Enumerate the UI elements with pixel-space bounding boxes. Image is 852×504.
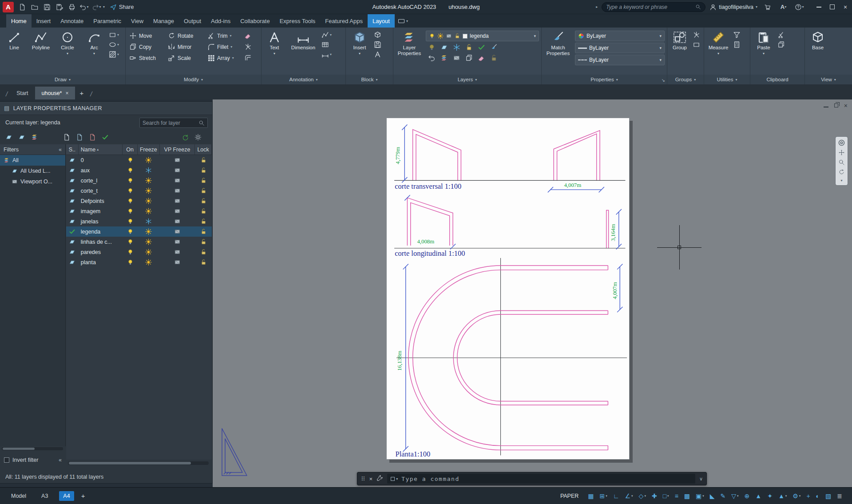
modify-panel-label[interactable]: Modify▾ — [126, 75, 261, 84]
layer-vp-freeze-icon[interactable] — [160, 226, 195, 237]
ribbon-tab-view[interactable]: View — [126, 14, 148, 28]
layer-lock-icon[interactable] — [195, 155, 212, 165]
keyword-search-input[interactable] — [606, 4, 693, 10]
settings-gear-icon[interactable] — [194, 133, 202, 142]
layer-vp-freeze-icon[interactable] — [160, 216, 195, 226]
layer-vp-freeze-icon[interactable] — [160, 175, 195, 186]
column-on[interactable]: On — [123, 144, 138, 155]
new-property-filter-button[interactable] — [4, 133, 13, 142]
vp-freeze-tool-button[interactable] — [452, 54, 461, 62]
layer-row[interactable]: aux — [66, 165, 212, 175]
layer-thaw-sun-icon[interactable] — [138, 237, 160, 247]
grid-display-icon[interactable]: ▦ — [588, 492, 594, 500]
autodesk-apps-button[interactable]: A▾ — [777, 1, 789, 13]
ortho-mode-icon[interactable]: ∟ — [613, 492, 619, 500]
search-expand-icon[interactable]: ▸ — [596, 5, 598, 9]
insert-block-button[interactable]: Insert▾ — [347, 29, 372, 75]
layer-thaw-sun-icon[interactable] — [138, 175, 160, 186]
close-tab-icon[interactable]: × — [65, 90, 68, 96]
drawing-minimize-button[interactable] — [824, 103, 828, 109]
fillet-button[interactable]: Fillet▾ — [206, 42, 242, 52]
group-edit-button[interactable] — [693, 41, 700, 48]
layer-on-bulb-icon[interactable] — [123, 216, 138, 226]
mirror-button[interactable]: Mirror — [166, 42, 206, 52]
selection-filtering-icon[interactable]: ▽▾ — [731, 492, 738, 500]
layer-thaw-sun-icon[interactable] — [138, 155, 160, 165]
column-status[interactable]: S.. — [66, 144, 79, 155]
ungroup-button[interactable] — [693, 31, 700, 39]
layer-lock-icon[interactable] — [195, 237, 212, 247]
layer-on-bulb-icon[interactable] — [123, 196, 138, 206]
navigation-wheel-icon[interactable] — [838, 139, 845, 146]
drawing-restore-button[interactable] — [834, 103, 838, 109]
command-history-chevron-icon[interactable]: ∨ — [699, 476, 703, 482]
filter-tree-item-viewport[interactable]: Viewport O... — [0, 176, 65, 187]
layer-on-bulb-icon[interactable] — [123, 247, 138, 257]
quick-calc-button[interactable] — [733, 41, 741, 48]
block-attribute-button[interactable] — [374, 51, 381, 58]
orbit-icon[interactable] — [838, 169, 845, 175]
layer-lock-icon[interactable] — [195, 216, 212, 226]
drawing-close-button[interactable]: × — [844, 102, 848, 109]
new-vp-frozen-layer-button[interactable] — [75, 133, 84, 142]
file-tab-start[interactable]: Start — [10, 87, 35, 99]
cut-button[interactable] — [777, 31, 785, 39]
ribbon-display-toggle[interactable]: ▾ — [398, 14, 408, 28]
block-panel-label[interactable]: Block▾ — [346, 75, 393, 84]
layer-row[interactable]: Defpoints — [66, 196, 212, 206]
paper-model-toggle[interactable]: PAPER — [560, 493, 579, 499]
layer-match-button[interactable] — [489, 43, 499, 52]
group-button[interactable]: Group — [669, 29, 691, 75]
open-file-button[interactable] — [28, 1, 40, 13]
file-tab-uhouse[interactable]: uhouse*× — [35, 87, 75, 99]
layer-walk-button[interactable] — [439, 54, 449, 62]
signed-in-user-menu[interactable]: tiagofilipesilva ▾ — [709, 4, 757, 11]
hatch-button[interactable]: ▾ — [109, 51, 119, 58]
erase-button[interactable] — [243, 31, 256, 40]
layout-tab-a4[interactable]: A4 — [59, 491, 74, 501]
layer-freeze-snowflake-icon[interactable] — [138, 216, 160, 226]
layer-on-bulb-icon[interactable] — [123, 206, 138, 216]
close-window-button[interactable]: × — [839, 0, 852, 14]
dimension-button[interactable]: Dimension — [287, 29, 320, 75]
isolate-objects-icon[interactable]: ◐ — [816, 492, 820, 500]
ribbon-tab-featured-apps[interactable]: Featured Apps — [320, 14, 368, 28]
polyline-button[interactable]: Polyline — [28, 29, 54, 75]
offset-button[interactable] — [243, 53, 256, 63]
pan-icon[interactable] — [838, 149, 845, 156]
annotation-more-button[interactable]: ▾ — [321, 51, 332, 58]
layer-vp-freeze-icon[interactable] — [160, 165, 195, 175]
close-command-bar-icon[interactable]: × — [369, 476, 373, 482]
layer-off-button[interactable] — [427, 43, 436, 52]
base-view-button[interactable]: Base — [806, 29, 829, 75]
table-button[interactable] — [321, 41, 332, 48]
layer-vp-freeze-icon[interactable] — [160, 155, 195, 165]
rectangle-button[interactable]: ▾ — [109, 31, 119, 39]
collapse-filters-icon[interactable]: « — [59, 147, 62, 153]
layer-vp-freeze-icon[interactable] — [160, 186, 195, 196]
annotation-monitor-icon[interactable]: + — [806, 492, 810, 500]
layer-row[interactable]: 0 — [66, 155, 212, 165]
ribbon-tab-addins[interactable]: Add-ins — [206, 14, 235, 28]
layer-search-input[interactable] — [143, 120, 197, 126]
ribbon-tab-manage[interactable]: Manage — [148, 14, 179, 28]
ellipse-button[interactable]: ▾ — [109, 41, 119, 48]
isometric-drafting-icon[interactable]: ◇▾ — [639, 492, 646, 500]
layer-unlock-button[interactable] — [489, 54, 499, 62]
layer-lock-icon[interactable] — [195, 175, 212, 186]
graphics-performance-icon[interactable]: ▧ — [825, 492, 831, 500]
search-icon[interactable] — [695, 4, 701, 10]
draw-panel-label[interactable]: Draw▾ — [0, 75, 125, 84]
layer-isolate-button[interactable] — [439, 43, 449, 52]
layer-lock-icon[interactable] — [195, 196, 212, 206]
clipboard-panel-label[interactable]: Clipboard — [750, 75, 804, 84]
plot-button[interactable] — [66, 1, 78, 13]
layer-vp-freeze-icon[interactable] — [160, 206, 195, 216]
write-block-button[interactable] — [374, 41, 381, 48]
layer-row[interactable]: legenda — [66, 226, 212, 237]
ribbon-tab-parametric[interactable]: Parametric — [88, 14, 126, 28]
rotate-button[interactable]: Rotate — [166, 31, 206, 40]
layer-freeze-button[interactable] — [452, 43, 461, 52]
layer-lock-icon[interactable] — [195, 257, 212, 267]
annotation-panel-label[interactable]: Annotation▾ — [262, 75, 345, 84]
